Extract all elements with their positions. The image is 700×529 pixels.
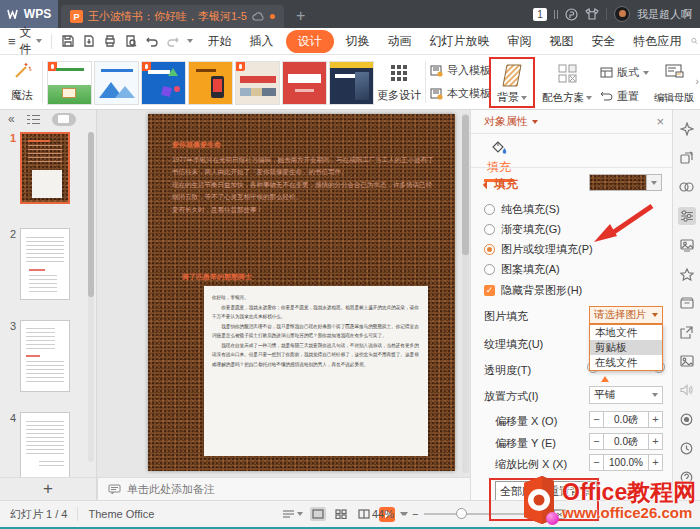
reset-button[interactable]: 重置 [600,89,649,104]
fill-option-solid[interactable]: 纯色填充(S) [484,202,560,217]
fill-option-picture-texture[interactable]: 图片或纹理填充(P) [484,242,593,257]
offset-x-value[interactable]: 0.0磅 [604,411,648,428]
normal-view-button[interactable] [310,507,326,521]
template-thumbnail[interactable] [47,61,92,105]
tab-animation[interactable]: 动画 [379,30,421,53]
template-thumbnail[interactable] [141,61,186,105]
stepper-minus[interactable]: − [589,411,604,428]
panel-close-icon[interactable]: × [656,114,664,129]
ribbon-overflow-chevron[interactable]: › [695,75,699,87]
fill-section-header[interactable]: 填充 [484,176,518,193]
object-properties-icon[interactable] [678,207,696,225]
letter-text-box[interactable]: 你好哇，李银河。 你要是愿意，我就永远爱你；你要是不愿意，我就永远相思。相思是树… [204,286,428,456]
stepper-plus[interactable]: + [648,454,663,471]
zoom-level[interactable]: 44% [372,508,394,520]
current-fill-swatch[interactable] [589,174,647,191]
clipart-library-icon[interactable] [678,236,696,254]
notes-toggle-button[interactable] [282,509,303,519]
save-icon[interactable] [61,34,75,48]
undo-icon[interactable] [145,35,159,47]
user-avatar[interactable] [614,6,630,22]
slide-3-thumbnail[interactable] [20,320,70,392]
slide-view-toggle[interactable] [52,113,76,126]
edit-master-button[interactable]: 编辑母版 [652,61,696,107]
tab-view[interactable]: 视图 [541,30,583,53]
notes-bar[interactable]: 单击此处添加备注 [97,477,470,500]
tab-featured-apps[interactable]: 特色应用 [625,30,691,53]
menu-item-online-file[interactable]: 在线文件 [590,355,662,370]
canvas-scrollbar[interactable] [462,113,469,473]
picture-fill-select[interactable]: 请选择图片 [589,306,663,324]
material-box-icon[interactable] [678,294,696,312]
template-thumbnail[interactable] [329,61,374,105]
audio-icon[interactable] [678,381,696,399]
magic-button[interactable]: 魔法 [4,59,40,105]
outline-view-icon[interactable] [27,114,40,125]
integral-icon[interactable] [565,8,578,21]
print-preview-icon[interactable] [124,34,138,48]
hide-background-checkbox[interactable]: ✓ 隐藏背景图形(H) [484,283,582,298]
template-thumbnail[interactable] [235,61,280,105]
menu-item-clipboard[interactable]: 剪贴板 [590,340,662,355]
layout-button[interactable]: 版式 [600,65,649,80]
message-count-badge[interactable]: 1 [533,8,547,21]
screen-record-icon[interactable] [678,410,696,428]
offset-y-value[interactable]: 0.0磅 [604,433,648,450]
favorites-icon[interactable] [678,265,696,283]
smart-effects-icon[interactable] [678,120,696,138]
template-thumbnail[interactable] [188,61,233,105]
shapes-icon[interactable] [678,178,696,196]
fill-option-gradient[interactable]: 渐变填充(G) [484,222,561,237]
more-designs-button[interactable]: 更多设计 [376,61,422,105]
fill-swatch-dropdown[interactable] [647,174,662,191]
quick-access-caret-icon[interactable] [187,39,193,46]
zoom-slider-thumb[interactable] [456,508,467,519]
slide-4-thumbnail[interactable] [20,412,70,477]
export-icon[interactable] [82,34,96,48]
reading-view-button[interactable] [356,507,372,521]
add-slide-button[interactable]: + [0,477,96,500]
redo-icon[interactable] [166,35,180,47]
placement-select[interactable]: 平铺 [589,386,663,404]
text-template-button[interactable]: 本文模板 [430,86,491,101]
offset-x-stepper[interactable]: − 0.0磅 + [589,411,663,428]
scale-x-stepper[interactable]: − 100.0% + [589,454,663,471]
color-scheme-button[interactable]: 配色方案 [538,61,596,107]
username[interactable]: 我是超人啊 [637,7,692,22]
collapse-panel-icon[interactable]: « [8,112,15,126]
history-icon[interactable] [678,439,696,457]
tab-transition[interactable]: 切换 [337,30,379,53]
zoom-caret-icon[interactable] [400,512,406,519]
file-menu[interactable]: 文件 [20,24,32,58]
tab-home[interactable]: 开始 [199,30,241,53]
new-tab-button[interactable]: + [296,8,305,24]
skin-icon[interactable] [585,8,599,20]
tab-insert[interactable]: 插入 [241,30,283,53]
theme-name[interactable]: Theme Office [88,508,154,520]
import-template-button[interactable]: 导入模板 [430,63,491,78]
tab-slideshow[interactable]: 幻灯片放映 [421,30,499,53]
template-thumbnail[interactable] [94,61,139,105]
slide-sorter-view-button[interactable] [333,507,349,521]
zoom-out-button[interactable]: − [412,508,418,520]
tab-security[interactable]: 安全 [583,30,625,53]
slide-1-thumbnail[interactable] [20,132,70,204]
thumbnail-scrollbar[interactable] [88,132,94,462]
image-icon[interactable] [678,352,696,370]
stepper-plus[interactable]: + [648,411,663,428]
stepper-minus[interactable]: − [589,454,604,471]
fill-option-pattern[interactable]: 图案填充(A) [484,262,560,277]
slide-2-thumbnail[interactable] [20,228,70,300]
template-thumbnail[interactable] [282,61,327,105]
menu-item-local-file[interactable]: 本地文件 [590,325,662,340]
stepper-plus[interactable]: + [648,433,663,450]
transition-icon[interactable] [678,149,696,167]
tab-review[interactable]: 审阅 [499,30,541,53]
offset-y-stepper[interactable]: − 0.0磅 + [589,433,663,450]
panel-title-caret-icon[interactable] [532,120,538,127]
slide-canvas[interactable]: 爱你就像爱生命 1977年李银河在光明日报社当编辑，她去南方开会期间，与在咸阳工… [97,110,470,477]
current-slide[interactable]: 爱你就像爱生命 1977年李银河在光明日报社当编辑，她去南方开会期间，与在咸阳工… [148,114,455,471]
scale-x-value[interactable]: 100.0% [604,454,648,471]
file-menu-caret-icon[interactable] [36,39,42,46]
stepper-minus[interactable]: − [589,433,604,450]
